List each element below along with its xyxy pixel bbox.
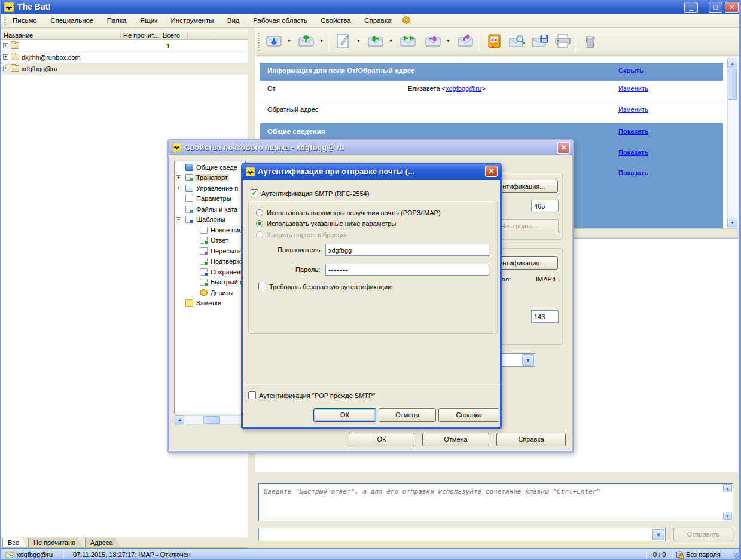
menu-spetsialnoe[interactable]: Специальное xyxy=(45,14,99,24)
search-mail-button[interactable] xyxy=(506,32,529,52)
expand-icon[interactable]: + xyxy=(3,43,8,48)
menu-pismo[interactable]: Письмо xyxy=(7,14,42,24)
show-link-2[interactable]: Показать xyxy=(618,149,648,156)
secure-auth-label: Требовать безопасную аутентификацию xyxy=(269,283,392,290)
expand-icon[interactable]: + xyxy=(3,66,8,71)
minimize-button[interactable]: _ xyxy=(684,2,698,13)
folder-row[interactable]: + dkjrhh@runbox.com xyxy=(1,52,248,63)
show-link-1[interactable]: Показать xyxy=(618,128,648,135)
compose-dropdown[interactable]: ▼ xyxy=(356,39,363,46)
menu-vid[interactable]: Вид xyxy=(222,14,245,24)
forward-dropdown[interactable]: ▼ xyxy=(446,39,453,46)
smtp-auth-checkbox[interactable]: ✓ xyxy=(251,189,258,197)
forward-button[interactable] xyxy=(422,32,445,52)
smtp-port-field[interactable] xyxy=(531,200,559,212)
send-mail-dropdown[interactable]: ▼ xyxy=(319,39,326,46)
redirect-button[interactable] xyxy=(455,32,477,52)
use-custom-params-radio[interactable] xyxy=(256,220,263,227)
quick-reply-input[interactable] xyxy=(263,487,705,496)
tree-h-scrollbar[interactable]: ◀ xyxy=(174,415,246,425)
dialog-separator xyxy=(246,384,500,385)
column-total[interactable]: Всего xyxy=(160,32,188,40)
menu-svoystva[interactable]: Свойства xyxy=(315,14,356,24)
auth-ok-button[interactable]: ОК xyxy=(313,408,376,422)
menu-papka[interactable]: Папка xyxy=(102,14,132,24)
menu-bar: Письмо Специальное Папка Ящик Инструмент… xyxy=(1,14,741,28)
reply-all-button[interactable] xyxy=(397,32,420,52)
username-field[interactable] xyxy=(325,244,489,256)
content-scrollbar[interactable]: ▲ ▼ xyxy=(727,58,737,228)
expand-icon[interactable]: + xyxy=(3,54,8,60)
properties-help-button[interactable]: Справка xyxy=(496,433,566,446)
password-field[interactable] xyxy=(325,264,489,276)
column-name[interactable]: Название xyxy=(1,32,121,40)
from-address-link[interactable]: xdgfbgg@ru xyxy=(446,85,481,92)
scroll-up-arrow[interactable]: ▲ xyxy=(727,59,737,68)
resize-grip[interactable] xyxy=(734,553,741,560)
close-icon[interactable]: ✕ xyxy=(557,142,570,154)
send-mail-button[interactable] xyxy=(295,32,318,52)
toolbar-separator xyxy=(329,33,330,51)
receive-mail-dropdown[interactable]: ▼ xyxy=(287,39,294,46)
section-from-title: Информация для поля От/Обратный адрес xyxy=(267,67,415,74)
scroll-left-arrow[interactable]: ◀ xyxy=(175,415,184,424)
status-separator xyxy=(646,550,647,559)
address-book-button[interactable]: abc xyxy=(483,32,506,52)
scroll-down-arrow[interactable]: ▼ xyxy=(727,218,737,227)
account-status-icon xyxy=(5,550,14,559)
reply-button[interactable] xyxy=(365,32,388,52)
secure-auth-checkbox[interactable] xyxy=(258,283,266,290)
auth-cancel-button[interactable]: Отмена xyxy=(379,408,436,422)
toolbar-grip[interactable] xyxy=(258,33,260,51)
folder-row[interactable]: + 1 xyxy=(1,41,248,52)
keychain-radio[interactable] xyxy=(256,231,263,238)
edit-reply-link[interactable]: Изменить xyxy=(618,106,648,113)
maximize-button[interactable]: □ xyxy=(709,2,722,13)
close-icon[interactable]: ✕ xyxy=(485,166,498,177)
edit-from-link[interactable]: Изменить xyxy=(618,85,648,92)
menu-yaschik[interactable]: Ящик xyxy=(135,14,163,24)
pop-before-smtp-checkbox[interactable] xyxy=(248,391,256,399)
gear-icon[interactable] xyxy=(402,16,411,25)
status-bar: xdgfbgg@ru 07.11.2015, 18:27:17: IMAP - … xyxy=(1,548,741,560)
row-separator xyxy=(260,102,723,102)
recv-port-field[interactable] xyxy=(531,310,559,323)
menu-rabochaya-oblast[interactable]: Рабочая область xyxy=(248,14,313,24)
tab-all[interactable]: Все xyxy=(2,538,27,547)
reply-dropdown[interactable]: ▼ xyxy=(389,39,395,46)
hide-link[interactable]: Скрыть xyxy=(618,67,644,74)
trash-button[interactable] xyxy=(579,32,602,52)
tab-unread[interactable]: Не прочитано xyxy=(28,538,83,547)
qr-scroll-down-arrow[interactable]: ▼ xyxy=(723,512,732,520)
status-account: xdgfbgg@ru xyxy=(17,551,53,558)
use-pop-params-radio[interactable] xyxy=(256,209,263,216)
print-button[interactable] xyxy=(551,32,574,52)
quick-reply-template-combo[interactable]: ▼ xyxy=(258,528,666,541)
quick-reply-box[interactable]: ▲ ▼ xyxy=(258,483,733,521)
auth-help-button[interactable]: Справка xyxy=(438,408,499,422)
svg-text:abc: abc xyxy=(491,38,498,42)
save-mail-button[interactable] xyxy=(529,32,551,52)
compose-message-button[interactable] xyxy=(333,32,355,52)
menu-instrumenty[interactable]: Инструменты xyxy=(166,14,219,24)
scroll-thumb[interactable] xyxy=(203,416,220,424)
chevron-down-icon[interactable]: ▼ xyxy=(522,354,534,366)
main-toolbar: ▼ ▼ ▼ ▼ ▼ abc xyxy=(255,28,741,56)
quick-reply-area: ▲ ▼ ▼ Отправить xyxy=(255,476,741,548)
close-button[interactable]: ✕ xyxy=(725,2,739,13)
menu-grip[interactable] xyxy=(4,17,6,26)
receive-mail-button[interactable] xyxy=(263,32,286,52)
tab-addresses[interactable]: Адреса xyxy=(85,538,121,547)
qr-scroll-up-arrow[interactable]: ▲ xyxy=(723,484,732,492)
folder-icon xyxy=(11,54,19,60)
send-quick-reply-button[interactable]: Отправить xyxy=(673,528,733,541)
scroll-thumb[interactable] xyxy=(728,69,737,100)
folder-icon xyxy=(11,65,19,72)
show-link-3[interactable]: Показать xyxy=(618,169,648,176)
chevron-down-icon[interactable]: ▼ xyxy=(652,529,664,540)
menu-spravka[interactable]: Справка xyxy=(359,14,397,24)
properties-cancel-button[interactable]: Отмена xyxy=(422,433,489,446)
folder-row-selected[interactable]: + xdgfbgg@ru xyxy=(1,63,248,75)
properties-ok-button[interactable]: ОК xyxy=(349,433,414,446)
column-unread[interactable]: Не прочит... xyxy=(121,32,160,40)
